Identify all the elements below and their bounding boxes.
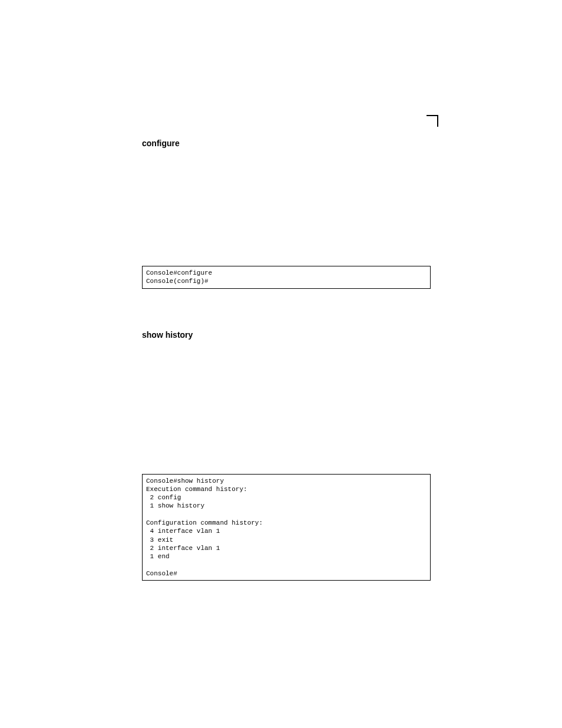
show-history-code-block: Console#show history Execution command h… <box>142 474 431 581</box>
crop-mark <box>421 115 438 133</box>
configure-heading: configure <box>142 139 431 148</box>
page-content: configure Console#configure Console(conf… <box>142 139 431 581</box>
configure-code-block: Console#configure Console(config)# <box>142 266 431 289</box>
show-history-heading: show history <box>142 330 431 340</box>
